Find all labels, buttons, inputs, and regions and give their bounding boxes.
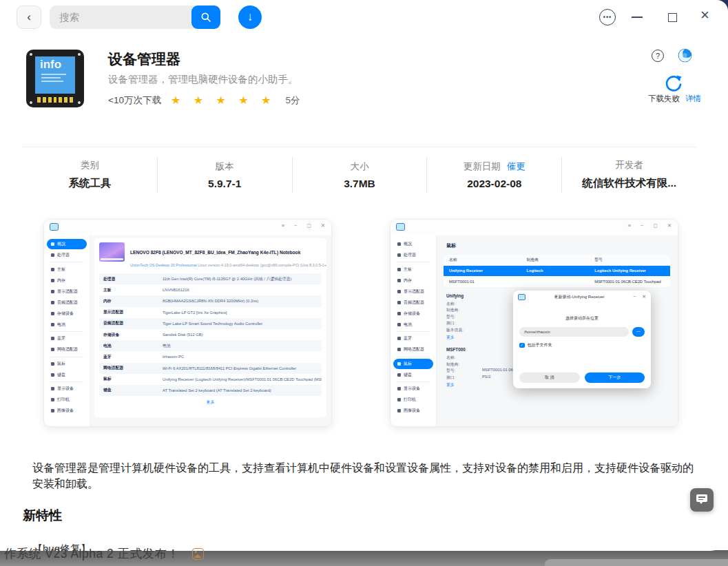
app-icon: info (26, 50, 84, 107)
mini-sidebar-item-icon (397, 337, 401, 340)
window-maximize-button[interactable] (668, 13, 677, 22)
app-screenshot-1[interactable]: ≡ − ◻ ✕ 概况处理器主板内存显示适配器音频适配器存储设备电池蓝牙网络适配器… (43, 219, 332, 427)
help-button[interactable]: ? (652, 50, 664, 62)
mini-sidebar-item-icon (51, 312, 54, 315)
sidebar-separator (397, 357, 430, 357)
mini-sidebar-item-icon (51, 373, 54, 377)
app-screenshot-2[interactable]: ≡ − ◻ ✕ 概况处理器主板内存显示适配器音频适配器存储设备电池蓝牙网络适配器… (390, 219, 678, 427)
mouse-table-row: MSFT0001:01 MSFT0001:01 06CB:CE2D Touchp… (444, 276, 670, 287)
mini-minimize-icon: − (641, 222, 643, 229)
menu-dots-icon: ••• (603, 14, 612, 21)
mini-close-icon: ✕ (667, 222, 672, 229)
detail-field-label: 名称: (446, 301, 482, 308)
info-version: 版本 5.9.7-1 (158, 157, 293, 193)
device-info-row: 显示适配器TigerLake-LP GT2 [Iris Xe Graphics] (99, 307, 322, 318)
app-description: 设备管理器是管理计算机硬件设备的工具，支持查看计算机中硬件设备和设置设备属性，支… (32, 460, 694, 492)
window-close-button[interactable]: × (700, 8, 709, 23)
mini-sidebar-item-label: 网络适配器 (57, 346, 78, 353)
mini-sidebar-item-icon (397, 373, 401, 377)
mini-sidebar-item-icon (51, 387, 54, 390)
mini-sidebar-item: 主板 (47, 264, 87, 274)
mini-sidebar-item-icon (51, 301, 54, 304)
mini-sidebar-item: 存储设备 (47, 308, 87, 319)
details-link[interactable]: 详情 (685, 94, 701, 104)
mini-sidebar-item-icon (51, 253, 54, 257)
detail-field-label: 制造商: (446, 307, 482, 314)
mini-sidebar-item: 打印机 (47, 395, 87, 405)
mini-sidebar-item-label: 显示适配器 (404, 289, 424, 295)
window-minimize-button[interactable] (632, 17, 643, 18)
detail-field-label: 名称: (446, 355, 482, 361)
device-row-value: 电池 (163, 343, 322, 349)
mini-sidebar-item-label: 概况 (57, 241, 65, 247)
uos-brand-logo-icon[interactable] (678, 48, 692, 63)
app-info-row: 类别 系统工具 版本 5.9.7-1 大小 3.7MB 更新日期 催更 2023… (23, 157, 696, 193)
sidebar-separator (50, 381, 83, 382)
sidebar-separator (50, 262, 83, 262)
mini-sidebar-item-icon (51, 290, 54, 293)
mini-main-mouse: 鼠标 名称 制造商 型号 Unifying Receiver Logitech … (437, 235, 678, 426)
search-button[interactable] (191, 6, 220, 29)
mini-titlebar: ≡ − ◻ ✕ (391, 220, 678, 235)
retry-download-button[interactable] (663, 72, 684, 93)
mini-sidebar-item-icon (397, 268, 401, 271)
device-row-label: 显示适配器 (99, 309, 163, 315)
question-mark-icon: ? (656, 52, 660, 60)
download-status: 下载失败 详情 (648, 94, 701, 104)
device-info-row: 处理器11th Gen Intel(R) Core(TM) i5-1135G7 … (99, 273, 322, 284)
mini-sidebar-item-label: 概况 (404, 241, 412, 247)
menu-button[interactable]: ••• (599, 9, 616, 25)
mini-sidebar-item: 内存 (47, 275, 87, 285)
device-row-label: 网络适配器 (99, 365, 163, 371)
mini-sidebar-item-label: 主板 (404, 266, 412, 273)
mini-sidebar-item-label: 音频适配器 (404, 300, 424, 306)
app-icon-screen: info (35, 56, 75, 94)
device-info-row: 键盘AT Translated Set 2 keyboard (AT Trans… (99, 385, 322, 396)
mini-sidebar-item: 电池 (47, 319, 87, 330)
info-developer: 开发者 统信软件技术有限... (562, 157, 696, 193)
urge-update-link[interactable]: 催更 (507, 160, 526, 173)
mini-sidebar-item-icon (51, 279, 54, 282)
mini-sidebar-item-icon (397, 387, 401, 390)
device-row-label: 键盘 (99, 387, 163, 393)
feedback-button[interactable] (690, 488, 714, 512)
mini-window-controls: ≡ − ◻ ✕ (628, 222, 672, 229)
mini-sidebar-item-icon (397, 301, 401, 304)
mini-sidebar: 概况处理器主板内存显示适配器音频适配器存储设备电池蓝牙网络适配器鼠标键盘显示设备… (391, 235, 437, 426)
downloads-manager-button[interactable]: ↓ (238, 6, 262, 29)
rating-score: 5分 (285, 94, 300, 107)
mini-menu-icon: ≡ (282, 222, 284, 229)
info-update-date: 更新日期 催更 2023-02-08 (427, 157, 562, 193)
mini-sidebar-item-label: 图像设备 (404, 408, 420, 414)
more-link: 更多 (99, 399, 322, 406)
mouse-table-row: Unifying Receiver Logitech Logitech Unif… (444, 266, 670, 277)
mini-sidebar-item-label: 图像设备 (57, 408, 74, 414)
mini-sidebar-item-icon (51, 348, 54, 351)
detail-field-label: 版本信息: (446, 327, 482, 334)
mini-sidebar-item-label: 主板 (57, 266, 65, 273)
app-stats: <10万次下载 ★ ★ ★ ★ ★ 5分 (108, 94, 300, 107)
mini-sidebar-item-label: 网络适配器 (404, 346, 424, 353)
mini-sidebar: 概况处理器主板内存显示适配器音频适配器存储设备电池蓝牙网络适配器鼠标键盘显示设备… (44, 235, 90, 426)
update-driver-dialog: 更新驱动-Unifying Receiver − ✕ 选择驱动所在位置 /hom… (513, 291, 651, 388)
back-chevron-icon: ‹ (27, 10, 31, 24)
mini-sidebar-item-icon (51, 268, 54, 271)
mini-sidebar-item: 图像设备 (47, 406, 87, 416)
back-button[interactable]: ‹ (17, 6, 41, 29)
driver-location-label: 选择驱动所在位置 (513, 315, 651, 322)
mini-sidebar-item-icon (51, 362, 54, 366)
mini-minimize-icon: − (294, 222, 297, 229)
mini-sidebar-item-label: 蓝牙 (404, 335, 412, 342)
search-input[interactable] (50, 6, 187, 29)
mini-sidebar-item-label: 打印机 (57, 397, 70, 403)
mini-sidebar-item-label: 音频适配器 (57, 300, 78, 306)
download-failed-text: 下载失败 (648, 94, 680, 104)
mini-sidebar-item-label: 显示设备 (404, 386, 420, 392)
search-icon (200, 12, 211, 23)
device-row-label: 鼠标 (99, 376, 163, 382)
mini-sidebar-item-label: 显示适配器 (57, 289, 78, 295)
mini-sidebar-item-icon (397, 323, 401, 326)
device-info-row: 电池电池 (99, 340, 322, 351)
mini-sidebar-item: 电池 (393, 319, 433, 330)
mini-app-icon (518, 294, 526, 300)
